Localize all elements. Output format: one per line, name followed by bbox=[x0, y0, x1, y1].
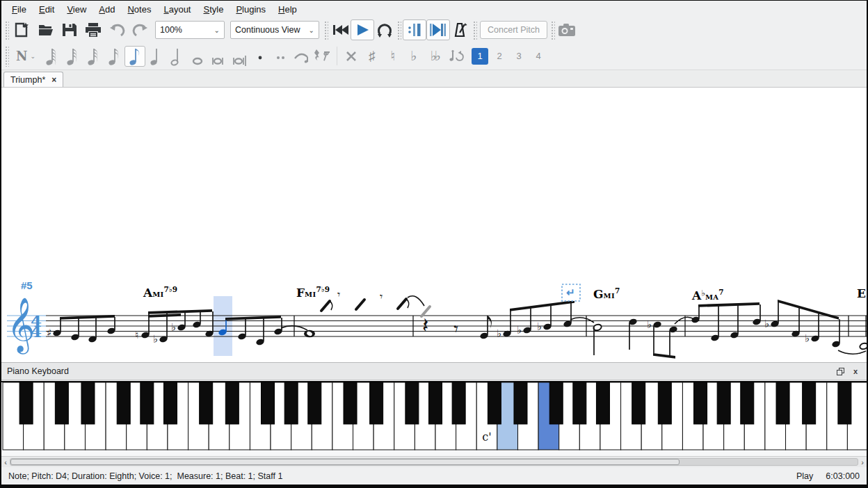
chord-symbol[interactable]: AMI7♭9 bbox=[143, 285, 177, 300]
toolbar-handle[interactable] bbox=[550, 20, 555, 40]
black-key[interactable] bbox=[514, 382, 527, 424]
redo-button[interactable] bbox=[129, 19, 152, 40]
duration-whole-button[interactable] bbox=[187, 46, 208, 67]
new-score-button[interactable] bbox=[10, 19, 34, 40]
tab-triumph[interactable]: Triumph* × bbox=[3, 72, 63, 87]
duration-double-whole-button[interactable] bbox=[208, 46, 229, 67]
black-key[interactable] bbox=[694, 382, 707, 424]
flip-direction-button[interactable] bbox=[445, 46, 466, 67]
play-repeats-toggle[interactable] bbox=[403, 19, 426, 40]
undo-button[interactable] bbox=[105, 19, 129, 40]
toolbar-handle[interactable] bbox=[472, 20, 477, 40]
duration-half-button[interactable] bbox=[166, 46, 187, 67]
black-key[interactable] bbox=[632, 382, 645, 424]
score-canvas[interactable]: 𝄞44♯♮♭♭♭♭♭♭♭♭𝄽𝄾𝄾𝄾↵ bbox=[1, 88, 867, 362]
chord-symbol[interactable]: A♭MA7 bbox=[692, 288, 724, 302]
black-key[interactable] bbox=[344, 382, 357, 424]
voice-4-button[interactable]: 4 bbox=[530, 48, 547, 65]
duration-eighth-button[interactable] bbox=[124, 46, 145, 67]
chord-symbol[interactable]: FMI7♭9 bbox=[296, 285, 330, 300]
piano-keyboard[interactable]: c' bbox=[1, 380, 867, 456]
toolbar-handle[interactable] bbox=[323, 20, 328, 40]
black-key[interactable] bbox=[262, 382, 275, 424]
toolbar-handle[interactable] bbox=[396, 20, 401, 40]
duration-64th-button[interactable] bbox=[62, 46, 83, 67]
augmentation-dot-button[interactable] bbox=[250, 46, 271, 67]
black-key[interactable] bbox=[838, 382, 851, 424]
menu-help[interactable]: Help bbox=[272, 3, 303, 16]
black-key[interactable] bbox=[19, 382, 33, 424]
system-break-icon[interactable]: ↵ bbox=[562, 284, 580, 301]
menu-view[interactable]: View bbox=[61, 3, 93, 16]
metronome-button[interactable] bbox=[450, 19, 471, 40]
piano-panel-titlebar[interactable]: Piano Keyboard x bbox=[1, 362, 867, 380]
scroll-left-icon[interactable]: ‹ bbox=[1, 457, 10, 467]
black-key[interactable] bbox=[658, 382, 671, 424]
menu-add[interactable]: Add bbox=[93, 3, 121, 16]
tie-button[interactable] bbox=[291, 46, 312, 67]
scrollbar-thumb[interactable] bbox=[10, 459, 680, 465]
double-sharp-button[interactable] bbox=[341, 46, 362, 67]
voice-3-button[interactable]: 3 bbox=[511, 48, 527, 65]
menu-style[interactable]: Style bbox=[197, 3, 230, 16]
close-panel-icon[interactable]: x bbox=[850, 366, 861, 377]
voice-1-button[interactable]: 1 bbox=[472, 48, 488, 65]
save-button[interactable] bbox=[58, 19, 81, 40]
menu-file[interactable]: File bbox=[6, 3, 33, 16]
note-input-mode-button[interactable]: N ⌄ bbox=[10, 46, 41, 67]
sharp-button[interactable]: ♯ bbox=[362, 46, 383, 67]
chord-symbol[interactable]: E bbox=[857, 286, 866, 300]
menu-edit[interactable]: Edit bbox=[33, 3, 61, 16]
chord-symbol[interactable]: GMI7 bbox=[593, 286, 620, 301]
black-key[interactable] bbox=[200, 382, 213, 424]
menu-layout[interactable]: Layout bbox=[157, 3, 197, 16]
close-tab-icon[interactable]: × bbox=[51, 75, 56, 85]
black-key[interactable] bbox=[452, 382, 465, 424]
scrollbar-track[interactable] bbox=[10, 458, 858, 466]
black-key[interactable] bbox=[405, 382, 419, 424]
pan-playback-toggle[interactable] bbox=[426, 19, 450, 40]
toolbar-handle[interactable] bbox=[4, 45, 9, 67]
black-key[interactable] bbox=[717, 382, 730, 424]
black-key[interactable] bbox=[573, 382, 586, 424]
float-panel-icon[interactable] bbox=[835, 366, 846, 377]
horizontal-scrollbar[interactable]: ‹ › bbox=[1, 456, 867, 467]
double-flat-button[interactable]: ♭♭ bbox=[424, 46, 445, 67]
voice-2-button[interactable]: 2 bbox=[491, 48, 508, 65]
black-key[interactable] bbox=[117, 382, 130, 424]
black-key[interactable] bbox=[549, 382, 563, 424]
black-key[interactable] bbox=[803, 382, 816, 424]
score-view[interactable]: #5 𝄞44♯♮♭♭♭♭♭♭♭♭𝄽𝄾𝄾𝄾↵ AMI7♭9FMI7♭9GMI7A♭… bbox=[1, 88, 867, 362]
menu-notes[interactable]: Notes bbox=[121, 3, 157, 16]
duration-32nd-button[interactable] bbox=[83, 46, 104, 67]
natural-button[interactable]: ♮ bbox=[383, 46, 403, 67]
black-key[interactable] bbox=[284, 382, 298, 424]
rewind-button[interactable] bbox=[330, 19, 351, 40]
loop-playback-button[interactable] bbox=[374, 19, 395, 40]
black-key[interactable] bbox=[370, 382, 383, 424]
duration-128th-button[interactable] bbox=[41, 46, 62, 67]
black-key[interactable] bbox=[741, 382, 754, 424]
concert-pitch-button[interactable]: Concert Pitch bbox=[480, 21, 547, 39]
duration-quarter-button[interactable] bbox=[145, 46, 166, 67]
black-key[interactable] bbox=[225, 382, 239, 424]
menu-plugins[interactable]: Plugins bbox=[230, 3, 272, 16]
black-key[interactable] bbox=[55, 382, 68, 424]
scroll-right-icon[interactable]: › bbox=[858, 457, 867, 467]
black-key[interactable] bbox=[429, 382, 442, 424]
play-button[interactable] bbox=[351, 19, 374, 40]
black-key[interactable] bbox=[308, 382, 321, 424]
black-key[interactable] bbox=[776, 382, 789, 424]
black-key[interactable] bbox=[81, 382, 95, 424]
duration-longa-button[interactable] bbox=[229, 46, 250, 67]
black-key[interactable] bbox=[488, 382, 501, 424]
black-key[interactable] bbox=[140, 382, 154, 424]
zoom-select[interactable]: 100%⌄ bbox=[155, 21, 225, 39]
double-dot-button[interactable] bbox=[271, 46, 291, 67]
black-key[interactable] bbox=[596, 382, 609, 424]
duration-16th-button[interactable] bbox=[104, 46, 124, 67]
open-button[interactable] bbox=[34, 19, 58, 40]
image-capture-button[interactable] bbox=[556, 19, 577, 40]
view-mode-select[interactable]: Continuous View⌄ bbox=[230, 21, 319, 39]
toolbar-handle[interactable] bbox=[4, 20, 9, 40]
